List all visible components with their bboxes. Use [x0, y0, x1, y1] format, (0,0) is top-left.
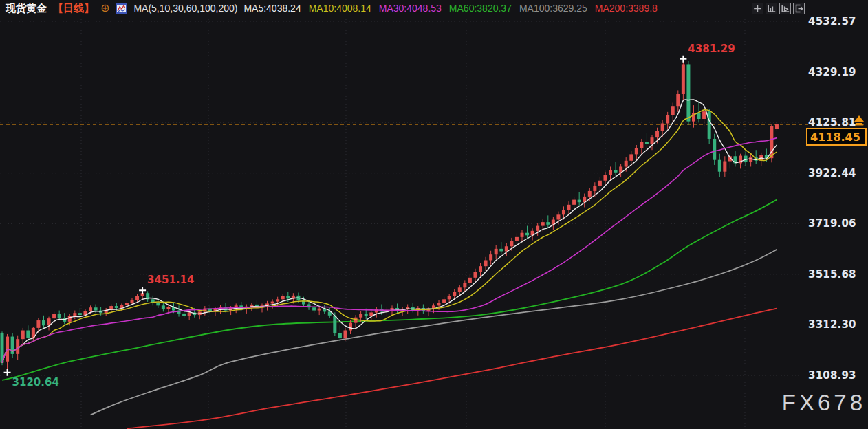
y-axis-label: 3312.30 — [808, 318, 856, 331]
y-axis-label: 3719.06 — [808, 217, 856, 230]
candles — [1, 59, 779, 373]
ma-legend-value: MA10:4008.14 — [309, 3, 371, 14]
price-annotation: 3451.14 — [147, 274, 194, 286]
chart-toolbar — [752, 3, 805, 14]
ma-line-ma60 — [2, 200, 777, 380]
y-axis-label: 4125.81 — [808, 116, 856, 129]
y-axis-label: 3108.93 — [808, 369, 856, 382]
chart-canvas[interactable]: 4381.293451.143120.64 — [0, 0, 868, 429]
extreme-cross-marker — [139, 287, 146, 294]
annotations: 4381.293451.143120.64 — [4, 43, 864, 388]
ma-lines-slow — [0, 124, 865, 429]
axis-play-icon[interactable] — [779, 3, 791, 14]
ma-legend-value: MA5:4038.24 — [243, 3, 301, 14]
ma-line-ma5 — [2, 100, 777, 363]
ma-line-ma30 — [2, 138, 777, 363]
ma-legend-value: MA200:3389.8 — [595, 3, 658, 14]
extreme-cross-marker — [680, 56, 686, 63]
ma-legend-value: MA100:3629.25 — [519, 3, 587, 14]
price-annotation: 3120.64 — [12, 376, 59, 388]
y-axis-label: 3515.68 — [808, 268, 856, 280]
y-axis-label: 4329.19 — [808, 66, 856, 78]
next-page-icon[interactable] — [793, 3, 805, 14]
candlestick-chart[interactable]: 4381.293451.143120.64 — [0, 0, 868, 429]
add-indicator-icon[interactable]: ⊕ — [100, 3, 109, 14]
y-axis-label: 3922.44 — [808, 167, 856, 179]
ma-legend-value: MA30:4048.53 — [379, 3, 442, 14]
extreme-cross-marker — [4, 369, 11, 376]
mini-chart-icon[interactable] — [116, 3, 127, 14]
period-label: 【日线】 — [53, 2, 94, 15]
axis-zoom-icon[interactable] — [766, 3, 777, 14]
y-axis-label: 4532.57 — [808, 15, 856, 28]
chart-legend: 现货黄金 【日线】 ⊕ MA(5,10,30,60,100,200) MA5:4… — [0, 0, 658, 16]
symbol-title: 现货黄金 — [6, 2, 47, 15]
ma-legend-value: MA60:3820.37 — [449, 3, 512, 14]
ma-group-label: MA(5,10,30,60,100,200) — [133, 3, 237, 14]
price-annotation: 4381.29 — [688, 43, 735, 55]
ma-legend-values: MA5:4038.24MA10:4008.14MA30:4048.53MA60:… — [243, 3, 657, 14]
price-axis: 4532.574329.194125.813922.443719.063515.… — [808, 0, 867, 429]
ma-line-ma200 — [127, 309, 777, 429]
current-price-badge: 4118.45 — [806, 128, 867, 146]
ma-lines-fast — [2, 100, 777, 363]
pan-crosshair-icon[interactable] — [752, 3, 763, 14]
